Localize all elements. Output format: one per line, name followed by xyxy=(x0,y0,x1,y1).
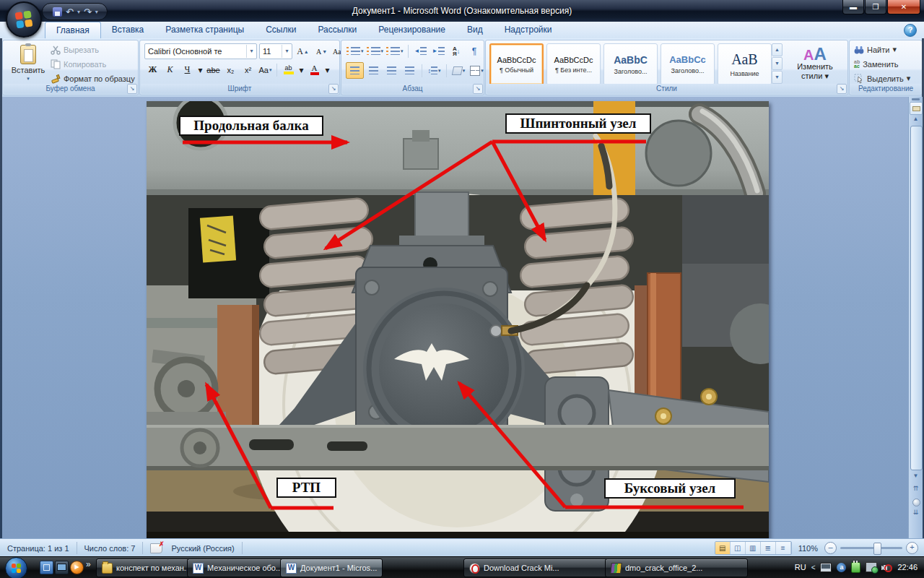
font-size-combo[interactable]: 11 ▾ xyxy=(259,43,292,59)
underline-button[interactable]: Ч xyxy=(179,62,196,77)
decrease-indent-button[interactable]: ◄ xyxy=(412,43,429,59)
select-button[interactable]: Выделить▾ xyxy=(854,72,910,85)
volume-muted-icon[interactable] xyxy=(882,563,892,572)
punto-tray-icon[interactable]: a xyxy=(837,563,846,572)
help-icon[interactable]: ? xyxy=(904,24,917,37)
save-icon[interactable] xyxy=(53,7,62,17)
quicklaunch-switcher-icon[interactable] xyxy=(40,561,53,574)
copy-button[interactable]: Копировать xyxy=(51,58,135,70)
format-painter-button[interactable]: Формат по образцу xyxy=(51,72,135,85)
start-button[interactable] xyxy=(5,557,27,578)
align-center-button[interactable] xyxy=(365,63,382,78)
taskbar-item-mehanicheskoe[interactable]: Механическое обо... xyxy=(187,558,286,577)
tab-vstavka[interactable]: Вставка xyxy=(101,22,155,38)
tab-glavnaya[interactable]: Главная xyxy=(45,22,101,38)
multilevel-list-button[interactable]: ▾ xyxy=(385,43,404,59)
paragraph-dialog-launcher[interactable]: ↘ xyxy=(473,84,483,94)
font-dialog-launcher[interactable]: ↘ xyxy=(328,84,339,94)
language-indicator[interactable]: Русский (Россия) xyxy=(164,544,241,553)
qat-customize-icon[interactable]: ▾ xyxy=(95,9,98,15)
vertical-scrollbar[interactable]: ▲ ▼ ⇈ ⇊ xyxy=(908,97,923,538)
sort-button[interactable]: АЯ↓ xyxy=(448,43,465,59)
styles-scroll-down[interactable]: ▼ xyxy=(772,57,783,70)
document-page[interactable]: Продольная балка Шпинтонный узел РТП Бук… xyxy=(147,101,769,538)
strikethrough-button[interactable]: abe xyxy=(205,62,222,77)
italic-button[interactable]: К xyxy=(162,62,178,77)
network-tray-icon[interactable] xyxy=(866,562,877,572)
align-right-button[interactable] xyxy=(383,63,400,78)
style-card-no-spacing[interactable]: AaBbCcDc ¶ Без инте... xyxy=(546,43,601,85)
tab-vid[interactable]: Вид xyxy=(456,22,494,38)
font-color-button[interactable]: А xyxy=(306,62,323,77)
clipboard-dialog-launcher[interactable]: ↘ xyxy=(127,84,137,94)
tab-ssylki[interactable]: Ссылки xyxy=(255,22,307,38)
split-handle[interactable] xyxy=(912,98,920,100)
increase-indent-button[interactable]: ► xyxy=(430,43,447,59)
superscript-button[interactable]: x² xyxy=(240,62,256,77)
replace-button[interactable]: abac Заменить xyxy=(854,58,910,70)
ruler-toggle-button[interactable] xyxy=(910,102,923,115)
bold-button[interactable]: Ж xyxy=(144,62,161,77)
font-name-dropdown-icon[interactable]: ▾ xyxy=(246,45,256,58)
line-spacing-button[interactable]: ↕▾ xyxy=(426,63,443,78)
taskbar-item-dmo-crack[interactable]: dmo_crack_office_2... xyxy=(605,558,748,577)
quicklaunch-overflow-icon[interactable]: » xyxy=(86,559,91,569)
find-button[interactable]: Найти▾ xyxy=(854,43,910,56)
font-size-dropdown-icon[interactable]: ▾ xyxy=(282,45,292,58)
grow-font-button[interactable]: А▲ xyxy=(295,44,311,59)
proofing-status-icon[interactable] xyxy=(150,543,162,553)
zoom-slider-handle[interactable] xyxy=(873,543,881,555)
tab-recenzirovanie[interactable]: Рецензирование xyxy=(367,22,456,38)
quicklaunch-desktop-icon[interactable] xyxy=(55,561,69,574)
shrink-font-button[interactable]: А▼ xyxy=(313,44,330,59)
tab-rassylki[interactable]: Рассылки xyxy=(307,22,367,38)
scrollbar-thumb[interactable] xyxy=(910,126,923,470)
paste-button[interactable]: Вставить ▾ xyxy=(8,43,48,84)
zoom-level[interactable]: 110% xyxy=(796,544,821,553)
minimize-button[interactable]: ▬ xyxy=(842,0,864,14)
shading-button[interactable]: ▾ xyxy=(450,63,467,78)
justify-button[interactable] xyxy=(401,63,418,78)
office-button[interactable] xyxy=(6,1,42,38)
clock[interactable]: 22:46 xyxy=(897,563,918,571)
undo-dropdown-icon[interactable]: ▾ xyxy=(77,9,80,15)
highlight-dropdown-icon[interactable]: ▾ xyxy=(297,62,305,77)
numbering-button[interactable]: ▾ xyxy=(366,43,385,59)
styles-scroll-up[interactable]: ▲ xyxy=(772,43,783,56)
select-browse-object-button[interactable] xyxy=(912,499,920,506)
power-tray-icon[interactable] xyxy=(851,562,860,573)
subscript-button[interactable]: x₂ xyxy=(222,62,239,77)
bullets-button[interactable]: ▾ xyxy=(346,43,365,59)
style-card-heading1[interactable]: AaBbC Заголово... xyxy=(603,43,658,85)
font-name-combo[interactable]: Calibri (Основной те ▾ xyxy=(144,43,257,59)
undo-button[interactable]: ↶ xyxy=(66,7,74,17)
document-area[interactable]: Продольная балка Шпинтонный узел РТП Бук… xyxy=(2,97,908,538)
style-card-heading2[interactable]: AaBbCc Заголово... xyxy=(661,43,715,85)
font-color-dropdown-icon[interactable]: ▾ xyxy=(323,62,331,77)
styles-gallery-more[interactable]: ▼ xyxy=(772,71,783,84)
zoom-slider[interactable] xyxy=(840,547,902,549)
close-button[interactable]: ✕ xyxy=(887,0,920,14)
tab-razmetka[interactable]: Разметка страницы xyxy=(154,22,255,38)
highlight-button[interactable]: ab xyxy=(280,62,297,77)
tab-nadstroyki[interactable]: Надстройки xyxy=(494,22,563,38)
cut-button[interactable]: Вырезать xyxy=(51,43,135,56)
full-screen-reading-view-button[interactable]: ◫ xyxy=(731,542,746,554)
paste-dropdown-icon[interactable]: ▾ xyxy=(27,76,30,82)
tray-chevron-icon[interactable]: < xyxy=(811,564,816,571)
outline-view-button[interactable]: ≣ xyxy=(761,542,776,554)
change-styles-button[interactable]: AA Изменить стили ▾ xyxy=(786,43,844,85)
language-bar[interactable]: RU xyxy=(795,563,806,571)
previous-page-button[interactable]: ⇈ xyxy=(910,485,922,492)
taskbar-item-dokument1[interactable]: Документ1 - Micros... xyxy=(280,558,383,577)
print-layout-view-button[interactable]: ▤ xyxy=(715,542,731,554)
borders-button[interactable]: ▾ xyxy=(468,63,485,78)
styles-dialog-launcher[interactable]: ↘ xyxy=(837,84,847,94)
next-page-button[interactable]: ⇊ xyxy=(910,509,922,516)
word-count[interactable]: Число слов: 7 xyxy=(77,544,143,553)
scroll-up-icon[interactable]: ▲ xyxy=(910,116,922,122)
underline-dropdown-icon[interactable]: ▾ xyxy=(196,62,204,77)
display-tray-icon[interactable] xyxy=(820,563,832,572)
zoom-in-button[interactable]: + xyxy=(906,542,918,554)
restore-button[interactable]: ❐ xyxy=(865,0,886,14)
